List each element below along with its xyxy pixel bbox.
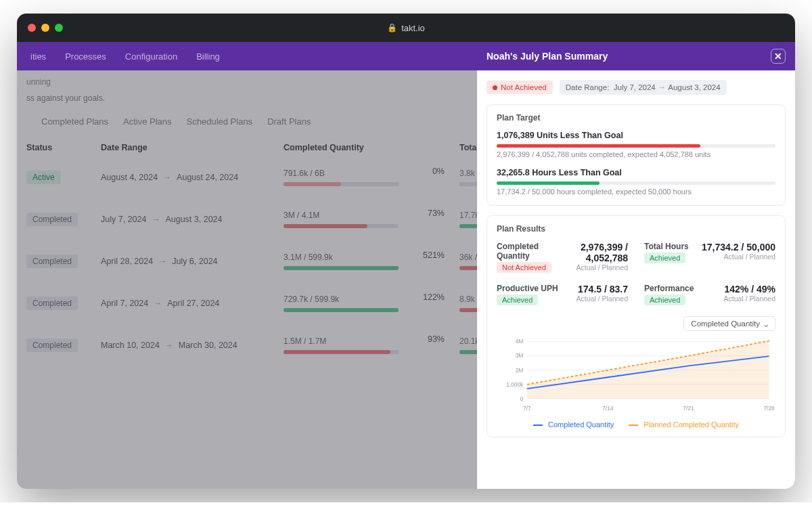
svg-text:7/14: 7/14 (602, 405, 614, 412)
address-bar: 🔒 takt.io (387, 23, 425, 33)
svg-marker-14 (527, 341, 769, 399)
panel-header: Noah's July Plan Summary ✕ (477, 42, 795, 70)
plan-results-card: Plan Results Completed Quantity Not Achi… (487, 215, 786, 437)
close-button[interactable]: ✕ (771, 49, 786, 64)
arrow-right-icon: → (658, 83, 668, 92)
line-chart: 01,000k2M3M4M7/77/147/217/28 (497, 338, 775, 414)
panel-title: Noah's July Plan Summary (487, 51, 608, 62)
close-icon: ✕ (774, 51, 782, 62)
pill-achieved: Achieved (497, 295, 538, 305)
svg-text:2M: 2M (516, 367, 524, 374)
plan-target-header: Plan Target (497, 113, 775, 123)
panel-body: Not Achieved Date Range: July 7, 2024 → … (477, 70, 795, 456)
pill-not-achieved: Not Achieved (497, 262, 551, 273)
url: takt.io (401, 23, 425, 33)
results-grid: Completed Quantity Not Achieved 2,976,39… (497, 242, 775, 305)
target-units-bar (497, 144, 775, 148)
plan-target-card: Plan Target 1,076,389 Units Less Than Go… (487, 104, 786, 206)
minimize-window-icon[interactable] (41, 24, 49, 32)
plan-summary-panel: Noah's July Plan Summary ✕ Not Achieved … (477, 42, 795, 489)
chart-metric-select[interactable]: Completed Quantity (683, 316, 775, 331)
plan-results-header: Plan Results (497, 224, 775, 234)
metric-completed-qty: Completed Quantity Not Achieved 2,976,39… (497, 242, 628, 273)
pill-achieved: Achieved (644, 295, 685, 305)
nav-item-processes[interactable]: Processes (65, 51, 106, 62)
nav-item-billing[interactable]: Billing (196, 51, 220, 62)
panel-chips: Not Achieved Date Range: July 7, 2024 → … (487, 80, 786, 95)
nav-item-configuration[interactable]: Configuration (125, 51, 177, 62)
page-content: ities Processes Configuration Billing un… (17, 42, 795, 489)
target-hours-bar (497, 181, 775, 185)
legend-completed: Completed Quantity (533, 420, 614, 429)
chart-selector-row: Completed Quantity (497, 316, 775, 331)
metric-total-hours: Total Hours Achieved 17,734.2 / 50,000 A… (644, 242, 775, 273)
svg-text:7/21: 7/21 (683, 405, 694, 412)
svg-text:7/28: 7/28 (763, 405, 775, 412)
close-window-icon[interactable] (28, 24, 36, 32)
browser-window: 🔒 takt.io ities Processes Configuration … (17, 14, 795, 489)
target-hours-headline: 32,265.8 Hours Less Than Goal (497, 168, 775, 177)
pill-achieved: Achieved (644, 253, 685, 263)
metric-productive-uph: Productive UPH Achieved 174.5 / 83.7 Act… (497, 284, 628, 305)
svg-text:7/7: 7/7 (523, 405, 531, 412)
date-range-chip: Date Range: July 7, 2024 → August 3, 202… (560, 80, 727, 95)
status-badge: Not Achieved (487, 81, 553, 94)
maximize-window-icon[interactable] (55, 24, 63, 32)
target-units-headline: 1,076,389 Units Less Than Goal (497, 131, 775, 140)
metric-performance: Performance Achieved 142% / 49% Actual /… (644, 284, 775, 305)
svg-text:4M: 4M (516, 338, 524, 345)
window-controls (28, 24, 63, 32)
lock-icon: 🔒 (387, 23, 397, 32)
titlebar: 🔒 takt.io (17, 14, 795, 42)
svg-text:1,000k: 1,000k (506, 381, 524, 388)
target-units-sub: 2,976,399 / 4,052,788 units completed, e… (497, 150, 775, 158)
nav-item-0[interactable]: ities (30, 51, 46, 62)
status-dot-icon (493, 85, 497, 90)
legend-planned: Planned Completed Quantity (629, 420, 739, 429)
svg-text:3M: 3M (516, 352, 524, 359)
target-hours-sub: 17,734.2 / 50,000 hours completed, expec… (497, 188, 775, 196)
svg-text:0: 0 (520, 395, 524, 402)
chart-legend: Completed Quantity Planned Completed Qua… (497, 420, 775, 429)
